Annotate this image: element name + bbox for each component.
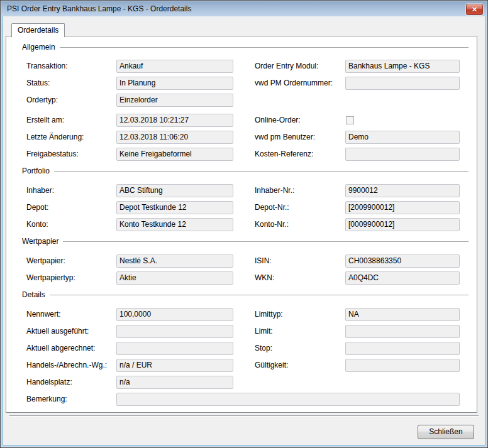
- ordertyp-label: Ordertyp:: [26, 94, 58, 107]
- konto-nr-field[interactable]: [0009900012]: [345, 218, 460, 231]
- section-allgemein-header: Allgemein: [22, 42, 469, 52]
- nennwert-label: Nennwert:: [26, 308, 61, 321]
- vwd-pm-ordernummer-field[interactable]: [345, 77, 460, 90]
- limittyp-field[interactable]: NA: [345, 308, 460, 321]
- close-icon: ✕: [472, 6, 477, 13]
- letzte-aenderung-field[interactable]: 12.03.2018 11:06:20: [116, 131, 233, 144]
- depot-nr-label: Depot-Nr.:: [255, 201, 289, 214]
- wertpapiertyp-label: Wertpapiertyp:: [26, 271, 75, 285]
- kosten-referenz-label: Kosten-Referenz:: [255, 148, 313, 161]
- wkn-label: WKN:: [255, 271, 274, 285]
- vwd-pm-ordernummer-label: vwd PM Ordernummer:: [255, 77, 333, 90]
- wertpapiertyp-field[interactable]: Aktie: [116, 271, 233, 285]
- kosten-referenz-field[interactable]: [345, 148, 460, 161]
- limit-field[interactable]: [345, 325, 460, 338]
- schliessen-button[interactable]: Schließen: [418, 425, 474, 439]
- isin-label: ISIN:: [255, 254, 272, 268]
- vwd-pm-benutzer-label: vwd pm Benutzer:: [255, 131, 315, 144]
- inhaber-nr-field[interactable]: 9900012: [345, 184, 460, 197]
- konto-label: Konto:: [26, 218, 48, 231]
- depot-label: Depot:: [26, 201, 48, 214]
- aktuell-ausgefuehrt-label: Aktuell ausgeführt:: [26, 325, 89, 338]
- title-bar[interactable]: PSI Order Entry Bankhaus Lampe - KGS - O…: [1, 1, 487, 16]
- tab-orderdetails[interactable]: Orderdetails: [11, 23, 65, 37]
- letzte-aenderung-label: Letzte Änderung:: [26, 131, 84, 144]
- gueltigkeit-label: Gültigkeit:: [255, 359, 288, 372]
- bemerkung-label: Bemerkung:: [26, 393, 67, 406]
- online-order-label: Online-Order:: [255, 114, 301, 127]
- order-entry-modul-field[interactable]: Bankhaus Lampe - KGS: [345, 60, 460, 73]
- section-allgemein-title: Allgemein: [22, 43, 55, 52]
- orderdetails-tabpage: Allgemein Transaktion: Ankauf Order Entr…: [6, 36, 477, 413]
- erstellt-am-field[interactable]: 12.03.2018 10:21:27: [116, 114, 233, 127]
- inhaber-field[interactable]: ABC Stiftung: [116, 184, 233, 197]
- isin-field[interactable]: CH0038863350: [345, 254, 460, 268]
- tab-label: Orderdetails: [18, 26, 58, 35]
- handels-abrechn-wg-label: Handels-/Abrechn.-Wg.:: [26, 359, 107, 372]
- online-order-checkbox[interactable]: [346, 116, 354, 124]
- nennwert-field[interactable]: 100,0000: [116, 308, 233, 321]
- section-wertpapier-title: Wertpapier: [22, 237, 58, 246]
- freigabestatus-label: Freigabestatus:: [26, 148, 79, 161]
- stop-label: Stop:: [255, 342, 272, 355]
- konto-nr-label: Konto-Nr.:: [255, 218, 289, 231]
- order-entry-modul-label: Order Entry Modul:: [255, 60, 318, 73]
- inhaber-nr-label: Inhaber-Nr.:: [255, 184, 294, 197]
- wkn-field[interactable]: A0Q4DC: [345, 271, 460, 285]
- transaktion-label: Transaktion:: [26, 60, 68, 73]
- transaktion-field[interactable]: Ankauf: [116, 60, 233, 73]
- ordertyp-field[interactable]: Einzelorder: [116, 94, 233, 107]
- window-title: PSI Order Entry Bankhaus Lampe - KGS - O…: [7, 1, 191, 16]
- gueltigkeit-field[interactable]: [345, 359, 460, 372]
- status-field[interactable]: In Planung: [116, 77, 233, 90]
- section-portfolio-header: Portfolio: [22, 166, 469, 176]
- wertpapier-field[interactable]: Nestlé S.A.: [116, 254, 233, 268]
- bemerkung-field[interactable]: [116, 393, 460, 406]
- section-details-header: Details: [22, 290, 469, 300]
- depot-nr-field[interactable]: [2009900012]: [345, 201, 460, 214]
- status-label: Status:: [26, 77, 50, 90]
- section-portfolio-title: Portfolio: [22, 167, 50, 175]
- close-window-button[interactable]: ✕: [466, 4, 483, 15]
- section-divider-line: [60, 47, 469, 48]
- limit-label: Limit:: [255, 325, 273, 338]
- stop-field[interactable]: [345, 342, 460, 355]
- handelsplatz-field[interactable]: n/a: [116, 376, 233, 389]
- depot-field[interactable]: Depot Testkunde 12: [116, 201, 233, 214]
- section-details-title: Details: [22, 290, 45, 299]
- vwd-pm-benutzer-field[interactable]: Demo: [345, 131, 460, 144]
- freigabestatus-field[interactable]: Keine Freigabeformel: [116, 148, 233, 161]
- limittyp-label: Limittyp:: [255, 308, 283, 321]
- aktuell-ausgefuehrt-field[interactable]: [116, 325, 233, 338]
- section-divider-line: [54, 171, 469, 172]
- section-divider-line: [63, 241, 469, 242]
- handelsplatz-label: Handelsplatz:: [26, 376, 72, 389]
- section-divider-line: [50, 295, 469, 295]
- section-wertpapier-header: Wertpapier: [22, 236, 469, 246]
- erstellt-am-label: Erstellt am:: [26, 114, 64, 127]
- wertpapier-label: Wertpapier:: [26, 254, 65, 268]
- aktuell-abgerechnet-field[interactable]: [116, 342, 233, 355]
- footer-divider: [9, 415, 479, 417]
- order-details-dialog: PSI Order Entry Bankhaus Lampe - KGS - O…: [0, 0, 488, 448]
- konto-field[interactable]: Konto Testkunde 12: [116, 218, 233, 231]
- handels-abrechn-wg-field[interactable]: n/a / EUR: [116, 359, 233, 372]
- aktuell-abgerechnet-label: Aktuell abgerechnet:: [26, 342, 95, 355]
- inhaber-label: Inhaber:: [26, 184, 54, 197]
